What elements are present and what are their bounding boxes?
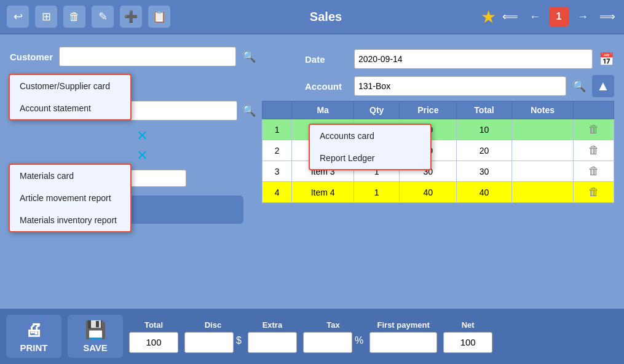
nav-next[interactable]: → — [572, 6, 593, 27]
customer-supplier-card-item[interactable]: Customer/Supplier card — [10, 75, 130, 97]
customer-input[interactable] — [59, 47, 236, 66]
print-icon: 🖨 — [25, 320, 42, 340]
row-num: 1 — [263, 119, 292, 140]
favorite-icon[interactable]: ★ — [481, 7, 496, 27]
col-price: Price — [400, 101, 457, 119]
nav-prev[interactable]: ← — [524, 6, 545, 27]
save-icon: 💾 — [85, 320, 106, 340]
row-delete[interactable]: 🗑 — [574, 119, 614, 140]
row-num: 4 — [263, 182, 292, 203]
row-total: 20 — [457, 140, 512, 161]
col-ma: Ma — [292, 101, 354, 119]
extra-label: Extra — [263, 320, 283, 330]
account-statement-item[interactable]: Account statement — [10, 97, 130, 119]
tax-field: Tax % — [303, 320, 363, 353]
row-price: 40 — [400, 182, 457, 203]
material-clear-btn-1[interactable]: ✕ — [28, 128, 256, 144]
first-payment-field: First payment — [369, 320, 437, 353]
row-delete[interactable]: 🗑 — [574, 140, 614, 161]
row-ma: Item 4 — [292, 182, 354, 203]
date-label: Date — [305, 54, 348, 65]
tax-input[interactable] — [303, 332, 352, 353]
tax-label: Tax — [326, 320, 339, 330]
row-notes — [511, 119, 574, 140]
date-picker-button[interactable]: 📅 — [599, 52, 614, 66]
add-new-button[interactable]: ➕ — [119, 5, 143, 28]
date-input[interactable] — [354, 49, 593, 69]
account-label: Account — [305, 81, 348, 92]
article-movement-item[interactable]: Article movement report — [10, 187, 130, 209]
row-num: 2 — [263, 140, 292, 161]
delete-row-button[interactable]: 🗑 — [588, 144, 599, 157]
net-label: Net — [462, 320, 475, 330]
account-search-button[interactable]: 🔍 — [572, 79, 586, 93]
total-label: Total — [144, 320, 163, 330]
totals-section: Total Disc $ Extra Tax % First payment — [129, 320, 492, 353]
materials-inventory-item[interactable]: Materials inventory report — [10, 209, 130, 231]
edit-button[interactable]: ✎ — [91, 5, 114, 28]
accounts-card-item[interactable]: Accounts card — [310, 125, 430, 147]
material-search-button[interactable]: 🔍 — [242, 104, 256, 117]
nav-next-next[interactable]: ⟹ — [597, 6, 618, 27]
back-button[interactable]: ↩ — [6, 5, 30, 28]
row-notes — [511, 161, 574, 182]
customer-dropdown: Customer/Supplier card Account statement — [9, 74, 132, 121]
first-payment-label: First payment — [377, 320, 430, 330]
delete-row-button[interactable]: 🗑 — [588, 123, 599, 136]
print-button[interactable]: 🖨 PRINT — [6, 315, 61, 358]
grid-button[interactable]: ⊞ — [34, 5, 58, 28]
col-num — [263, 101, 292, 119]
col-del — [574, 101, 614, 119]
material-clear-btn-2[interactable]: ✕ — [28, 148, 256, 164]
disc-field: Disc $ — [184, 320, 242, 353]
extra-field: Extra — [248, 320, 297, 353]
disc-label: Disc — [205, 320, 221, 330]
extra-input[interactable] — [248, 332, 297, 353]
total-field: Total — [129, 320, 178, 353]
bottom-bar: 🖨 PRINT 💾 SAVE Total Disc $ Extra Tax % — [0, 309, 624, 364]
row-total: 40 — [457, 182, 512, 203]
account-dropdown: Accounts card Report Ledger — [309, 124, 432, 170]
row-num: 3 — [263, 161, 292, 182]
row-notes — [511, 182, 574, 203]
delete-row-button[interactable]: 🗑 — [588, 165, 599, 178]
copy-button[interactable]: 📋 — [148, 5, 171, 28]
delete-row-button[interactable]: 🗑 — [588, 186, 599, 199]
nav-prev-prev[interactable]: ⟸ — [500, 6, 521, 27]
row-total: 30 — [457, 161, 512, 182]
net-input[interactable] — [443, 332, 492, 353]
print-label: PRINT — [20, 342, 48, 353]
col-notes: Notes — [511, 101, 574, 119]
material-dropdown: Materials card Article movement report M… — [9, 164, 132, 232]
nav-controls: ★ ⟸ ← 1 → ⟹ — [481, 6, 618, 27]
row-delete[interactable]: 🗑 — [574, 161, 614, 182]
page-number: 1 — [549, 7, 569, 26]
total-input[interactable] — [129, 332, 178, 353]
app-title: Sales — [176, 10, 476, 24]
row-notes — [511, 140, 574, 161]
col-qty: Qty — [353, 101, 399, 119]
customer-label: Customer — [10, 52, 53, 62]
main-area: Customer 🔍 Date 📅 ▼ Account 🔍 ▲ ▦ — [0, 34, 624, 347]
account-chevron-up[interactable]: ▲ — [592, 75, 614, 97]
account-input[interactable] — [354, 76, 566, 96]
row-qty: 1 — [353, 182, 399, 203]
materials-card-item[interactable]: Materials card — [10, 165, 130, 187]
first-payment-input[interactable] — [369, 332, 437, 353]
disc-input[interactable] — [184, 332, 234, 353]
dollar-icon: $ — [236, 335, 242, 350]
col-total: Total — [457, 101, 512, 119]
save-label: SAVE — [83, 342, 108, 353]
row-total: 10 — [457, 119, 512, 140]
net-field: Net — [443, 320, 492, 353]
save-button[interactable]: 💾 SAVE — [68, 315, 123, 358]
row-delete[interactable]: 🗑 — [574, 182, 614, 203]
toolbar: ↩ ⊞ 🗑 ✎ ➕ 📋 Sales ★ ⟸ ← 1 → ⟹ — [0, 0, 624, 34]
customer-search-button[interactable]: 🔍 — [242, 50, 256, 63]
delete-button[interactable]: 🗑 — [63, 5, 86, 28]
percent-icon: % — [355, 335, 363, 350]
table-row: 4 Item 4 1 40 40 🗑 — [263, 182, 614, 203]
report-ledger-item[interactable]: Report Ledger — [310, 147, 430, 169]
